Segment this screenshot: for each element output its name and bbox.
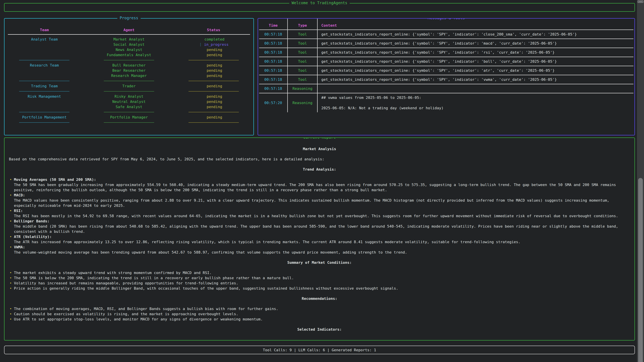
progress-agent-cell: Bear Researcher	[84, 68, 174, 73]
welcome-title: Welcome to TradingAgents	[289, 1, 350, 5]
message-type: Reasoning	[287, 84, 317, 93]
progress-agent-cell: Bull Researcher	[84, 63, 174, 68]
bullet-text: Caution should be exercised as volatilit…	[14, 311, 630, 317]
progress-table: Team Agent Status Analyst Team Market An…	[4, 18, 254, 125]
status-label: pending	[206, 104, 222, 109]
progress-row: Portfolio Management Portfolio Manager p…	[4, 115, 254, 120]
message-row: 00:57:18 Tool get_stockstats_indicators_…	[259, 57, 634, 66]
message-type: Tool	[287, 30, 317, 38]
messages-col-content: Content	[317, 18, 634, 29]
report-intro: Based on the comprehensive data retrieve…	[9, 157, 630, 162]
message-type: Tool	[287, 57, 317, 66]
status-label: pending	[206, 68, 222, 73]
bullet-term: Moving Averages (50 SMA and 200 SMA):	[14, 177, 630, 182]
progress-status-cell: pending	[174, 73, 254, 78]
bullet-term: ATR (Volatility):	[14, 234, 630, 239]
progress-section-separator	[4, 78, 254, 83]
status-label: completed	[204, 37, 224, 42]
messages-table-header: Time Type Content	[259, 18, 634, 30]
scrollbar-menu-button[interactable]	[638, 0, 643, 3]
report-bullet: Bollinger Bands: The middle band (20 SMA…	[9, 219, 630, 234]
progress-agent-cell: Research Manager	[84, 73, 174, 78]
report-section-heading: Trend Analysis:	[9, 167, 630, 172]
status-label: pending	[206, 47, 222, 52]
bullet-term: RSI:	[14, 208, 630, 213]
message-row: 00:57:20 Reasoning ## vwma values from 2…	[259, 93, 634, 112]
progress-status-cell: pending	[174, 99, 254, 104]
progress-col-agent: Agent	[84, 27, 174, 32]
progress-team-cell	[4, 42, 84, 47]
progress-row: Safe Analyst pending	[4, 104, 254, 109]
progress-agent-cell: Fundamentals Analyst	[84, 52, 174, 57]
progress-team-cell	[4, 68, 84, 73]
report-panel-title: Current Report	[301, 137, 338, 139]
progress-status-cell: pending	[174, 47, 254, 52]
progress-row: Bear Researcher pending	[4, 68, 254, 73]
report-section-heading: Selected Indicators:	[9, 327, 630, 332]
progress-status-cell: pending	[174, 68, 254, 73]
progress-status-cell: pending	[174, 52, 254, 57]
progress-section-rows: Risk Management Risky Analyst pending Ne…	[4, 94, 254, 109]
message-content: get_stockstats_indicators_report_online:…	[317, 57, 634, 66]
bullet-term: VWMA:	[14, 245, 630, 250]
message-row: 00:57:18 Tool get_stockstats_indicators_…	[259, 39, 634, 48]
progress-status-cell: pending	[174, 63, 254, 68]
message-content	[317, 84, 634, 93]
progress-team-cell: Portfolio Management	[4, 115, 84, 120]
report-bullet: Price action is generally riding the mid…	[9, 286, 630, 291]
progress-section-rows: Portfolio Management Portfolio Manager p…	[4, 115, 254, 120]
progress-section-separator	[4, 120, 254, 125]
progress-row: Trading Team Trader pending	[4, 83, 254, 89]
report-main-heading: Market Analysis	[9, 146, 630, 151]
scrollbar-thumb[interactable]	[638, 178, 643, 362]
message-content: get_stockstats_indicators_report_online:…	[317, 75, 634, 84]
progress-section-separator	[4, 57, 254, 63]
progress-status-cell: ⋮ in_progress	[174, 42, 254, 47]
progress-team-section: Risk Management Risky Analyst pending Ne…	[4, 94, 254, 115]
message-row: 00:57:18 Tool get_stockstats_indicators_…	[259, 48, 634, 57]
message-time: 00:57:18	[259, 66, 287, 75]
bullet-text: The market exhibits a steady upward tren…	[14, 270, 630, 275]
status-label: pending	[206, 115, 222, 120]
bullet-text: The 50 SMA is below the 200 SMA, indicat…	[14, 275, 630, 281]
report-bullet: ATR (Volatility): The ATR has increased …	[9, 234, 630, 245]
bullet-text: Use ATR to set appropriate stop-loss lev…	[14, 317, 630, 322]
status-label: pending	[206, 63, 222, 68]
status-label: pending	[206, 94, 222, 99]
progress-team-cell	[4, 73, 84, 78]
report-bullet: The market exhibits a steady upward tren…	[9, 270, 630, 275]
progress-agent-cell: Trader	[84, 83, 174, 89]
bullet-text: The middle band (20 SMA) has been rising…	[14, 224, 630, 234]
message-type: Tool	[287, 39, 317, 48]
progress-table-body: Analyst Team Market Analyst completed So…	[4, 37, 254, 125]
report-bullet: The 50 SMA is below the 200 SMA, indicat…	[9, 275, 630, 281]
progress-section-rows: Trading Team Trader pending	[4, 83, 254, 89]
message-time: 00:57:20	[259, 93, 287, 112]
report-section-heading: Summary of Market Conditions:	[9, 260, 630, 265]
message-time: 00:57:18	[259, 30, 287, 38]
progress-team-cell: Analyst Team	[4, 37, 84, 42]
progress-team-cell: Risk Management	[4, 94, 84, 99]
bullet-text: The MACD values have been consistently p…	[14, 198, 630, 208]
progress-panel-title: Progress	[118, 16, 141, 20]
progress-team-cell	[4, 47, 84, 52]
messages-table-body: 00:57:18 Tool get_stockstats_indicators_…	[259, 30, 634, 112]
bullet-text: The combination of moving averages, MACD…	[14, 306, 630, 311]
progress-status-cell: completed	[174, 37, 254, 42]
progress-col-team: Team	[4, 27, 84, 32]
progress-team-section: Trading Team Trader pending	[4, 83, 254, 94]
report-sections: Trend Analysis: Moving Averages (50 SMA …	[9, 167, 630, 332]
progress-row: News Analyst pending	[4, 47, 254, 52]
message-content: get_stockstats_indicators_report_online:…	[317, 66, 634, 75]
bullet-term: Bollinger Bands:	[14, 219, 630, 224]
status-label: pending	[206, 83, 222, 89]
welcome-panel: Welcome to TradingAgents	[4, 3, 635, 12]
message-time: 00:57:18	[259, 84, 287, 93]
progress-team-section: Research Team Bull Researcher pending Be…	[4, 63, 254, 83]
progress-agent-cell: Neutral Analyst	[84, 99, 174, 104]
report-bullet: Volatility has increased but remains man…	[9, 281, 630, 286]
bullet-text: The 50 SMA has been gradually increasing…	[14, 182, 630, 193]
report-bullet: Caution should be exercised as volatilit…	[9, 311, 630, 317]
progress-row: Analyst Team Market Analyst completed	[4, 37, 254, 42]
scrollbar[interactable]	[637, 0, 644, 362]
